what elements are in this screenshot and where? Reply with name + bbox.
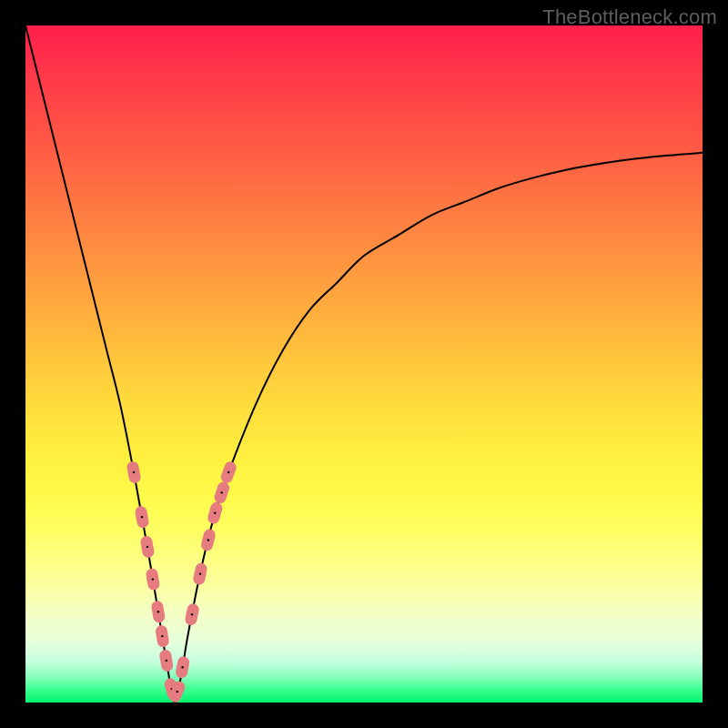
bead-joint [133, 471, 135, 473]
curve-svg [25, 25, 703, 703]
bead-joint [152, 578, 154, 580]
bead-joint [214, 511, 216, 513]
bead-joint [157, 611, 159, 612]
bead-joint [166, 660, 167, 662]
bead-joint [228, 471, 229, 473]
bead-joint [176, 691, 177, 693]
bottleneck-line [25, 25, 703, 703]
bead-joint [199, 572, 201, 574]
bead-joint [161, 635, 163, 637]
marker-beads [126, 460, 238, 704]
bead-joint [147, 546, 148, 548]
bead-joint [207, 539, 209, 541]
plot-area [25, 25, 703, 703]
bottleneck-curve [25, 25, 703, 703]
outer-frame: TheBottleneck.com [0, 0, 728, 728]
bead-joint [221, 491, 223, 493]
bead-joint [181, 666, 183, 668]
bead-joint [191, 613, 193, 615]
bead-joint [141, 516, 143, 518]
